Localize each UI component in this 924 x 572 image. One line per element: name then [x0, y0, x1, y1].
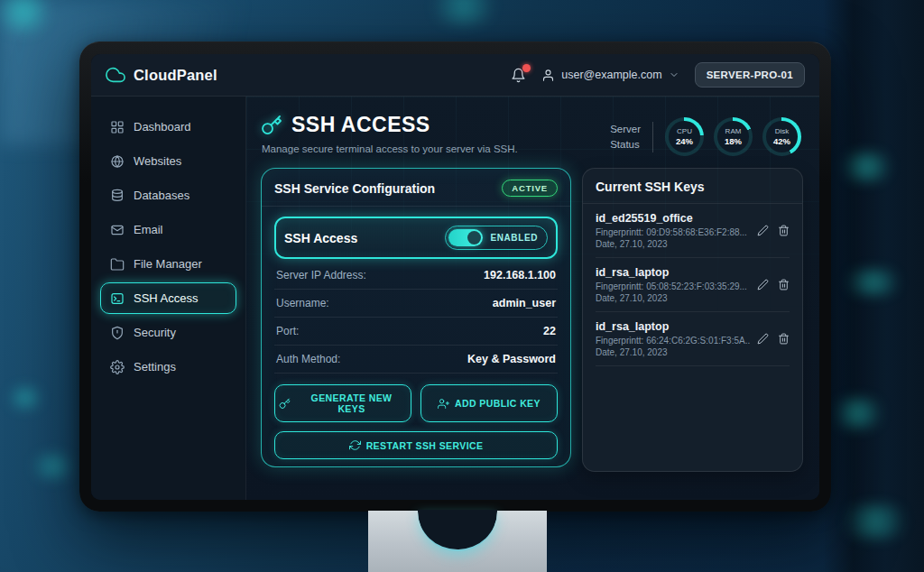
user-icon [541, 69, 555, 82]
sidebar-item-security[interactable]: Security [100, 317, 236, 348]
config-panel-title: SSH Service Configuration [274, 181, 435, 196]
database-icon [110, 189, 125, 203]
server-selector-button[interactable]: SERVER-PRO-01 [695, 62, 805, 88]
ssh-key-date: Date, 27.10, 2023 [596, 293, 747, 303]
chevron-down-icon [669, 69, 679, 80]
sidebar-item-file-manager[interactable]: File Manager [100, 248, 236, 280]
ssh-key-fingerprint: Fingerprintt: 09:D9:58:68:E36:F2:88... [596, 227, 747, 237]
toggle-switch[interactable] [448, 229, 483, 246]
sidebar-item-dashboard[interactable]: Dashboard [100, 111, 236, 143]
sidebar-item-label: Security [134, 326, 176, 339]
ssh-key-item: id_rsa_laptop Fingerprintt: 66:24:C6:2G:… [596, 312, 790, 366]
notification-dot [522, 64, 531, 72]
divider [262, 206, 570, 207]
ssh-config-panel: SSH Service Configuration ACTIVE SSH Acc… [261, 168, 571, 467]
ssh-key-fingerprint: Fingerprintt: 66:24:C6:2G:S:01:F3:5A... [596, 336, 750, 346]
monitor-stand [368, 511, 547, 572]
cloud-icon [106, 65, 125, 85]
sidebar-item-email[interactable]: Email [100, 214, 236, 245]
sidebar-item-label: Websites [134, 154, 181, 168]
sidebar-item-label: File Manager [134, 257, 202, 271]
divider [652, 122, 653, 152]
config-row-ip: Server IP Address: 192.168.1.100 [274, 262, 558, 290]
sidebar-item-label: Dashboard [134, 120, 191, 134]
trash-icon[interactable] [778, 279, 790, 291]
generate-new-keys-button[interactable]: GENERATE NEW KEYS [274, 384, 411, 422]
cloudpanel-app-window: CloudPanel user@example.com SERVER-PRO-0… [91, 54, 819, 500]
monitor-frame: CloudPanel user@example.com SERVER-PRO-0… [79, 42, 831, 512]
config-row-username: Username: admin_user [274, 290, 558, 318]
ssh-key-date: Date, 27.10, 2023 [596, 239, 747, 249]
ssh-key-name: id_rsa_laptop [596, 320, 750, 333]
grid-icon [110, 120, 125, 134]
ssh-keys-panel: Current SSH Keys id_ed25519_office Finge… [582, 168, 803, 472]
toggle-state-label: ENABLED [490, 233, 538, 243]
content-row: SSH Service Configuration ACTIVE SSH Acc… [246, 168, 819, 472]
refresh-icon [349, 439, 361, 451]
sidebar-item-label: SSH Access [134, 291, 199, 305]
gauge-disk: Disk42% [762, 117, 801, 156]
ssh-key-info: id_rsa_laptop Fingerprintt: 05:08:52:23:… [596, 266, 747, 303]
server-status-label: Server Status [610, 122, 641, 151]
key-icon [279, 398, 291, 410]
add-public-key-button[interactable]: ADD PUBLIC KEY [420, 384, 558, 422]
toggle-label: SSH Access [284, 231, 357, 245]
gauge-ram: RAM18% [714, 117, 753, 156]
top-bar: CloudPanel user@example.com SERVER-PRO-0… [91, 54, 819, 97]
gauge-cpu: CPU24% [665, 117, 704, 156]
sidebar-item-websites[interactable]: Websites [100, 145, 236, 177]
key-icon [261, 115, 282, 136]
shield-icon [110, 326, 125, 340]
trash-icon[interactable] [778, 225, 790, 236]
title-block: SSH ACCESS Manage secure terminal access… [261, 113, 518, 154]
ssh-key-name: id_rsa_laptop [596, 266, 747, 279]
sidebar-item-label: Settings [134, 360, 176, 374]
server-room-background: CloudPanel user@example.com SERVER-PRO-0… [0, 0, 924, 572]
gear-icon [110, 360, 125, 374]
page-header: SSH ACCESS Manage secure terminal access… [246, 97, 819, 156]
user-plus-icon [438, 398, 449, 410]
sidebar-item-ssh-access[interactable]: SSH Access [100, 282, 236, 314]
ssh-key-item: id_rsa_laptop Fingerprintt: 05:08:52:23:… [596, 258, 790, 312]
ssh-key-info: id_ed25519_office Fingerprintt: 09:D9:58… [596, 212, 747, 249]
account-menu[interactable]: user@example.com [541, 69, 679, 82]
brand-name: CloudPanel [134, 67, 217, 84]
sidebar: Dashboard Websites Databases Email [91, 97, 246, 500]
terminal-icon [110, 291, 125, 306]
pencil-icon[interactable] [757, 225, 769, 236]
ssh-key-info: id_rsa_laptop Fingerprintt: 66:24:C6:2G:… [596, 320, 750, 357]
ssh-access-toggle[interactable]: ENABLED [445, 226, 548, 250]
page-subtitle: Manage secure terminal access to your se… [262, 143, 518, 154]
sidebar-item-settings[interactable]: Settings [100, 351, 236, 383]
folder-icon [110, 257, 125, 272]
ssh-key-name: id_ed25519_office [596, 212, 747, 225]
pencil-icon[interactable] [757, 333, 769, 345]
mail-icon [110, 223, 125, 237]
status-badge: ACTIVE [502, 180, 558, 197]
pencil-icon[interactable] [757, 279, 769, 291]
top-bar-right: user@example.com SERVER-PRO-01 [511, 62, 805, 88]
config-row-auth-method: Auth Method: Key & Password [274, 346, 558, 374]
ssh-key-fingerprint: Fingerprintt: 05:08:52:23:F:03:35:29... [596, 281, 747, 291]
restart-ssh-service-button[interactable]: RESTART SSH SERVICE [274, 431, 558, 459]
ssh-access-toggle-row: SSH Access ENABLED [274, 217, 558, 259]
brand-logo: CloudPanel [106, 65, 217, 85]
user-email: user@example.com [561, 69, 661, 81]
sidebar-item-label: Email [134, 223, 163, 236]
app-body: Dashboard Websites Databases Email [91, 97, 819, 500]
resource-gauges: CPU24% RAM18% Disk42% [665, 117, 801, 156]
ssh-key-item: id_ed25519_office Fingerprintt: 09:D9:58… [596, 204, 790, 258]
config-row-port: Port: 22 [274, 318, 558, 346]
toggle-knob [467, 231, 481, 244]
page-title: SSH ACCESS [291, 113, 430, 137]
keys-panel-title: Current SSH Keys [596, 180, 790, 194]
config-rows: Server IP Address: 192.168.1.100 Usernam… [274, 262, 558, 374]
sidebar-item-databases[interactable]: Databases [100, 180, 236, 211]
server-status-block: Server Status CPU24% RAM18% [610, 117, 801, 156]
notifications-button[interactable] [511, 68, 526, 83]
main-content: SSH ACCESS Manage secure terminal access… [246, 97, 819, 500]
trash-icon[interactable] [778, 333, 790, 345]
server-rack-silhouette [823, 0, 924, 572]
sidebar-item-label: Databases [134, 189, 189, 202]
ssh-key-date: Date, 27.10, 2023 [596, 347, 750, 357]
